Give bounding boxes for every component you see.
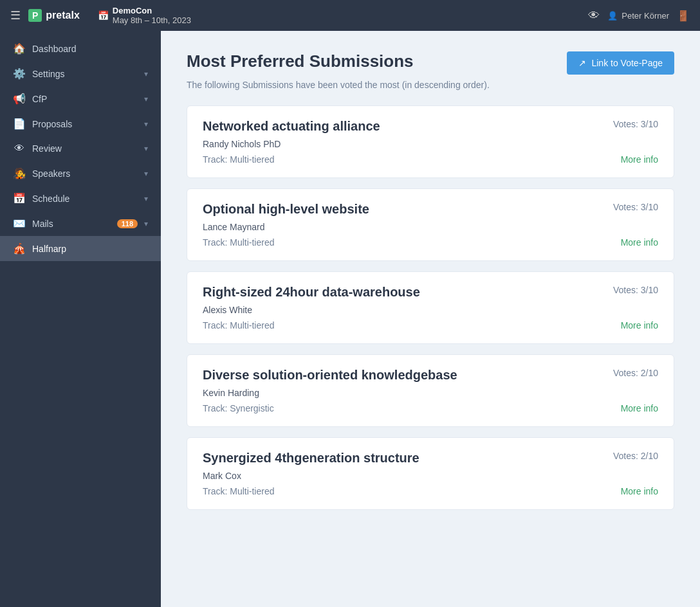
submission-author: Randy Nichols PhD xyxy=(203,139,658,149)
sidebar-item-halfnarp[interactable]: 🎪 Halfnarp xyxy=(0,236,161,261)
main-content: Most Preferred Submissions ↗ Link to Vot… xyxy=(161,31,700,607)
sidebar-item-schedule[interactable]: 📅 Schedule ▾ xyxy=(0,186,161,211)
schedule-icon: 📅 xyxy=(13,192,26,204)
card-footer: Track: Multi-tiered More info xyxy=(203,486,658,496)
submission-track: Track: Multi-tiered xyxy=(203,154,275,165)
dashboard-icon: 🏠 xyxy=(13,42,26,55)
submission-card: Right-sized 24hour data-warehouse Votes:… xyxy=(187,271,674,344)
sidebar-item-settings[interactable]: ⚙️ Settings ▾ xyxy=(0,61,161,86)
chevron-down-icon: ▾ xyxy=(144,120,148,129)
event-info[interactable]: 📅 DemoCon May 8th – 10th, 2023 xyxy=(98,6,191,25)
sidebar-item-proposals[interactable]: 📄 Proposals ▾ xyxy=(0,111,161,136)
more-info-link[interactable]: More info xyxy=(621,237,658,248)
sidebar-item-dashboard[interactable]: 🏠 Dashboard xyxy=(0,36,161,61)
logo-icon: P xyxy=(28,9,42,22)
logout-icon[interactable]: 🚪 xyxy=(677,10,690,22)
user-name: Peter Körner xyxy=(622,11,669,21)
chevron-down-icon: ▾ xyxy=(144,69,148,78)
review-icon: 👁 xyxy=(13,143,26,154)
submission-card: Diverse solution-oriented knowledgebase … xyxy=(187,354,674,427)
halfnarp-icon: 🎪 xyxy=(13,242,26,255)
submission-card: Networked actuating alliance Votes: 3/10… xyxy=(187,105,674,178)
card-footer: Track: Multi-tiered More info xyxy=(203,154,658,165)
card-header: Optional high-level website Votes: 3/10 xyxy=(203,202,658,217)
submission-track: Track: Multi-tiered xyxy=(203,486,275,496)
sidebar-item-label: Settings xyxy=(32,69,138,79)
card-header: Right-sized 24hour data-warehouse Votes:… xyxy=(203,285,658,300)
user-icon: 👤 xyxy=(607,11,618,21)
card-header: Synergized 4thgeneration structure Votes… xyxy=(203,451,658,466)
sidebar-item-label: Mails xyxy=(32,219,111,229)
logo-text: pretalx xyxy=(46,10,79,21)
card-footer: Track: Multi-tiered More info xyxy=(203,320,658,331)
submission-title: Synergized 4thgeneration structure xyxy=(203,451,419,466)
mails-icon: ✉️ xyxy=(13,217,26,230)
submission-title: Networked actuating alliance xyxy=(203,119,380,134)
calendar-icon: 📅 xyxy=(98,10,109,21)
sidebar-item-label: Schedule xyxy=(32,194,138,204)
top-navigation: ☰ P pretalx 📅 DemoCon May 8th – 10th, 20… xyxy=(0,0,700,31)
card-header: Diverse solution-oriented knowledgebase … xyxy=(203,368,658,383)
submission-votes: Votes: 3/10 xyxy=(613,119,658,129)
sidebar-item-speakers[interactable]: 🧑‍🎤 Speakers ▾ xyxy=(0,161,161,186)
proposals-icon: 📄 xyxy=(13,118,26,130)
sidebar-item-label: Review xyxy=(32,143,138,154)
submission-author: Kevin Harding xyxy=(203,388,658,398)
sidebar-item-label: Halfnarp xyxy=(32,244,148,254)
submission-votes: Votes: 3/10 xyxy=(613,285,658,295)
submission-title: Diverse solution-oriented knowledgebase xyxy=(203,368,457,383)
more-info-link[interactable]: More info xyxy=(621,320,658,331)
submission-votes: Votes: 2/10 xyxy=(613,368,658,378)
link-vote-label: Link to Vote-Page xyxy=(591,58,663,68)
page-header: Most Preferred Submissions ↗ Link to Vot… xyxy=(187,51,674,75)
sidebar-item-label: Speakers xyxy=(32,168,138,179)
speakers-icon: 🧑‍🎤 xyxy=(13,167,26,179)
submission-title: Optional high-level website xyxy=(203,202,369,217)
submission-track: Track: Multi-tiered xyxy=(203,320,275,331)
chevron-down-icon: ▾ xyxy=(144,169,148,178)
chevron-down-icon: ▾ xyxy=(144,95,148,104)
page-title: Most Preferred Submissions xyxy=(187,51,414,71)
app-logo[interactable]: P pretalx xyxy=(28,9,80,22)
submission-votes: Votes: 3/10 xyxy=(613,202,658,212)
event-name: DemoCon xyxy=(113,6,191,15)
event-dates: May 8th – 10th, 2023 xyxy=(113,15,191,25)
chevron-down-icon: ▾ xyxy=(144,144,148,153)
chevron-down-icon: ▾ xyxy=(144,219,148,228)
submission-author: Alexis White xyxy=(203,305,658,315)
sidebar-item-label: Proposals xyxy=(32,119,138,129)
more-info-link[interactable]: More info xyxy=(621,486,658,496)
cfp-icon: 📢 xyxy=(13,93,26,105)
submission-track: Track: Synergistic xyxy=(203,403,274,413)
submission-card: Optional high-level website Votes: 3/10 … xyxy=(187,188,674,261)
chevron-down-icon: ▾ xyxy=(144,194,148,203)
page-subtitle: The following Submissions have been vote… xyxy=(187,80,674,90)
submission-author: Mark Cox xyxy=(203,471,658,481)
sidebar-item-review[interactable]: 👁 Review ▾ xyxy=(0,136,161,161)
card-footer: Track: Multi-tiered More info xyxy=(203,237,658,248)
submission-title: Right-sized 24hour data-warehouse xyxy=(203,285,420,300)
link-to-vote-page-button[interactable]: ↗ Link to Vote-Page xyxy=(567,51,674,75)
submission-votes: Votes: 2/10 xyxy=(613,451,658,461)
submission-author: Lance Maynard xyxy=(203,222,658,232)
external-link-icon: ↗ xyxy=(578,58,586,68)
sidebar-item-cfp[interactable]: 📢 CfP ▾ xyxy=(0,86,161,111)
card-header: Networked actuating alliance Votes: 3/10 xyxy=(203,119,658,134)
sidebar-item-mails[interactable]: ✉️ Mails 118 ▾ xyxy=(0,211,161,236)
card-footer: Track: Synergistic More info xyxy=(203,403,658,413)
user-menu[interactable]: 👤 Peter Körner xyxy=(607,11,669,21)
sidebar-item-label: Dashboard xyxy=(32,44,148,54)
preview-icon[interactable]: 👁 xyxy=(588,9,600,23)
more-info-link[interactable]: More info xyxy=(621,403,658,413)
submission-card: Synergized 4thgeneration structure Votes… xyxy=(187,437,674,510)
settings-icon: ⚙️ xyxy=(13,68,26,80)
sidebar-item-label: CfP xyxy=(32,94,138,104)
hamburger-menu[interactable]: ☰ xyxy=(10,8,21,23)
mails-badge: 118 xyxy=(117,219,138,228)
sidebar: 🏠 Dashboard ⚙️ Settings ▾ 📢 CfP ▾ 📄 Prop… xyxy=(0,31,161,607)
more-info-link[interactable]: More info xyxy=(621,154,658,165)
submission-track: Track: Multi-tiered xyxy=(203,237,275,248)
